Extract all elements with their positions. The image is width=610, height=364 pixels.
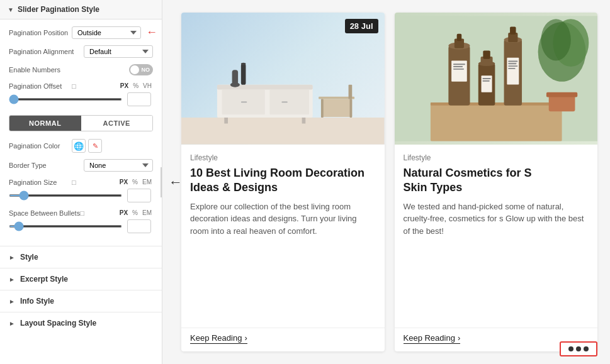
card-2-illustration <box>395 13 598 145</box>
nav-left-arrow[interactable]: ← <box>169 174 183 190</box>
space-between-bullets-row: Space Between Bullets □ PX % EM <box>9 209 153 217</box>
info-style-arrow-icon: ► <box>9 298 15 305</box>
svg-rect-16 <box>321 99 324 118</box>
svg-rect-14 <box>321 99 352 117</box>
pagination-size-value[interactable] <box>127 189 151 202</box>
space-between-value[interactable] <box>127 219 151 233</box>
color-pencil-icon[interactable]: ✎ <box>88 139 102 153</box>
pagination-offset-icon: □ <box>72 82 76 90</box>
card-1-image-bg: 28 Jul <box>181 13 385 145</box>
pagination-offset-row: Pagination Offset □ PX % VH <box>9 82 153 90</box>
pagination-dot-2[interactable] <box>576 346 581 351</box>
card-1-keep-reading[interactable]: Keep Reading › <box>190 333 247 344</box>
svg-rect-15 <box>349 85 353 99</box>
svg-rect-24 <box>456 34 461 41</box>
svg-point-12 <box>241 63 246 65</box>
tab-active[interactable]: ACTIVE <box>81 116 153 131</box>
enable-numbers-toggle-container: NO <box>129 64 153 75</box>
svg-rect-5 <box>241 102 247 103</box>
svg-rect-44 <box>508 68 515 69</box>
space-unit-percent[interactable]: % <box>131 209 139 217</box>
space-between-slider[interactable] <box>9 225 122 228</box>
excerpt-style-header[interactable]: ► Excerpt Style <box>9 275 153 284</box>
card-1-title: 10 Best Living Room Decoration Ideas & D… <box>190 166 376 196</box>
border-type-select[interactable]: None Solid Dashed Dotted <box>84 159 153 172</box>
pagination-offset-slider[interactable] <box>9 98 122 101</box>
offset-slider-row <box>9 92 153 106</box>
pagination-offset-value[interactable] <box>127 92 151 106</box>
preview-panel: ← 28 Jul <box>162 0 610 364</box>
border-type-row: Border Type None Solid Dashed Dotted <box>9 159 153 172</box>
layout-spacing-header[interactable]: ► Layout Spacing Style <box>9 319 153 328</box>
unit-px[interactable]: PX <box>119 82 130 90</box>
pagination-color-swatches: 🌐 ✎ <box>72 139 102 153</box>
space-between-units: PX % EM <box>118 209 153 217</box>
unit-percent[interactable]: % <box>132 82 140 90</box>
card-2-keep-reading-text: Keep Reading <box>404 333 455 343</box>
pagination-offset-units: PX % VH <box>119 82 153 90</box>
pagination-alignment-select[interactable]: Default Left Center Right <box>84 45 153 58</box>
card-2-title: Natural Cosmetics for SSkin Types <box>404 166 589 196</box>
pagination-dots[interactable] <box>560 341 597 356</box>
svg-rect-28 <box>453 69 463 70</box>
svg-rect-26 <box>453 63 465 65</box>
card-2-keep-reading[interactable]: Keep Reading › <box>404 333 461 344</box>
enable-numbers-label: Enable Numbers <box>9 66 72 74</box>
space-slider-row <box>9 219 153 233</box>
pagination-color-row: Pagination Color 🌐 ✎ <box>9 139 153 153</box>
pagination-position-control: Outside Inside Default ← <box>72 26 157 39</box>
card-2: Lifestyle Natural Cosmetics for SSkin Ty… <box>395 13 598 351</box>
size-unit-percent[interactable]: % <box>131 178 139 186</box>
tab-normal[interactable]: NORMAL <box>9 116 81 131</box>
excerpt-style-label: Excerpt Style <box>20 275 68 284</box>
card-2-excerpt: We tested and hand-picked some of natura… <box>404 201 589 321</box>
style-label: Style <box>20 253 38 262</box>
size-unit-em[interactable]: EM <box>141 178 153 186</box>
svg-rect-43 <box>508 65 517 67</box>
border-type-control: None Solid Dashed Dotted <box>84 159 153 172</box>
svg-rect-10 <box>232 70 238 85</box>
svg-rect-17 <box>349 99 352 118</box>
card-1-excerpt: Explore our collection of the best livin… <box>190 201 376 321</box>
pagination-size-row: Pagination Size □ PX % EM <box>9 178 153 186</box>
panel-header: ▼ Slider Pagination Style <box>0 0 162 19</box>
pagination-position-label: Pagination Position <box>9 29 72 36</box>
left-panel: ‹ ▼ Slider Pagination Style Pagination P… <box>0 0 162 364</box>
info-style-label: Info Style <box>20 297 54 306</box>
card-2-keep-reading-arrow: › <box>458 333 460 343</box>
pagination-position-select[interactable]: Outside Inside Default <box>72 26 141 39</box>
pagination-dot-1[interactable] <box>568 346 573 351</box>
space-unit-px[interactable]: PX <box>118 209 129 217</box>
card-1-keep-reading-text: Keep Reading <box>190 333 242 343</box>
excerpt-style-arrow-icon: ► <box>9 276 15 283</box>
color-globe-icon[interactable]: 🌐 <box>72 139 86 153</box>
pagination-alignment-control: Default Left Center Right <box>84 45 153 58</box>
pagination-size-slider[interactable] <box>9 194 122 197</box>
enable-numbers-toggle[interactable]: NO <box>129 64 153 75</box>
svg-rect-42 <box>508 63 516 64</box>
svg-rect-19 <box>430 102 562 141</box>
svg-rect-31 <box>483 50 490 58</box>
pagination-size-units: PX % EM <box>118 178 153 186</box>
card-2-image-bg <box>395 13 598 145</box>
svg-rect-11 <box>241 64 246 85</box>
card-1: 28 Jul <box>181 13 385 351</box>
card-1-image: 28 Jul <box>181 13 385 145</box>
unit-vh[interactable]: VH <box>142 82 153 90</box>
style-header[interactable]: ► Style <box>9 253 153 262</box>
svg-rect-6 <box>281 102 287 103</box>
pagination-alignment-label: Pagination Alignment <box>9 48 74 55</box>
space-unit-em[interactable]: EM <box>141 209 153 217</box>
pagination-dot-3[interactable] <box>584 346 589 351</box>
svg-rect-49 <box>546 92 577 97</box>
section-collapse-arrow[interactable]: ▼ <box>8 6 14 13</box>
card-2-category: Lifestyle <box>404 153 589 162</box>
pagination-size-icon: □ <box>72 179 76 186</box>
red-arrow-indicator: ← <box>146 26 157 39</box>
pagination-offset-label: Pagination Offset <box>9 82 72 90</box>
card-2-body: Lifestyle Natural Cosmetics for SSkin Ty… <box>395 145 598 328</box>
normal-active-tabs: NORMAL ACTIVE <box>9 115 153 131</box>
size-unit-px[interactable]: PX <box>118 178 129 186</box>
info-style-header[interactable]: ► Info Style <box>9 297 153 306</box>
card-1-illustration <box>181 25 385 145</box>
